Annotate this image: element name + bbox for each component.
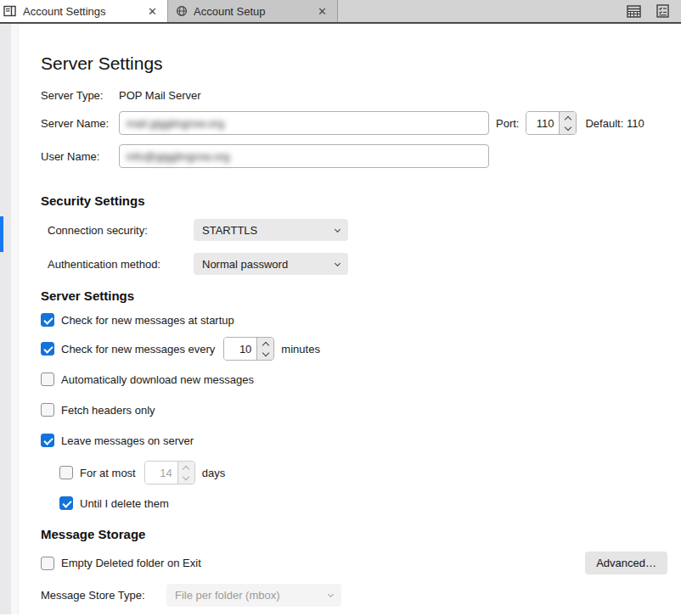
chevron-down-icon (335, 260, 340, 266)
checkbox-label: Check for new messages at startup (61, 314, 234, 327)
checkbox[interactable] (41, 557, 54, 570)
close-icon[interactable]: ✕ (315, 6, 329, 17)
chevron-down-icon[interactable] (565, 123, 571, 130)
authentication-method-select[interactable]: Normal password (194, 253, 348, 275)
checkbox-label: Fetch headers only (61, 404, 155, 417)
chevron-up-icon[interactable] (565, 115, 571, 122)
globe-icon (176, 5, 188, 17)
account-settings-icon (3, 5, 17, 17)
chevron-down-icon (335, 226, 340, 232)
chevron-down-icon (328, 591, 334, 597)
checkbox-label: Automatically download new messages (61, 373, 254, 386)
message-store-type-value: File per folder (mbox) (175, 589, 324, 602)
checkbox[interactable] (41, 434, 54, 447)
page-title: Server Settings (41, 53, 667, 74)
checkbox[interactable] (41, 372, 54, 386)
checkbox-row-leave-on-server[interactable]: Leave messages on server (41, 434, 667, 447)
minutes-suffix: minutes (281, 343, 320, 356)
checkbox[interactable] (59, 496, 73, 510)
checkbox-row-empty-on-exit[interactable]: Empty Deleted folder on Exit (41, 557, 201, 570)
port-spin-buttons[interactable] (559, 112, 576, 134)
chevron-down-icon[interactable] (183, 473, 189, 479)
checkbox-label: Leave messages on server (61, 434, 194, 447)
connection-security-select[interactable]: STARTTLS (194, 219, 348, 241)
chevron-up-icon[interactable] (183, 465, 189, 472)
close-icon[interactable]: ✕ (145, 6, 160, 17)
calendar-tab-button[interactable] (619, 0, 649, 22)
checkbox-label: Check for new messages every (61, 343, 215, 356)
checkbox-row-check-startup[interactable]: Check for new messages at startup (41, 313, 667, 327)
days-value[interactable]: 14 (145, 462, 177, 484)
checkbox-row-until-delete[interactable]: Until I delete them (59, 496, 667, 510)
checkbox-row-fetch-headers[interactable]: Fetch headers only (41, 403, 667, 417)
checkbox[interactable] (41, 403, 54, 417)
tab-bar: Account Settings ✕ Account Setup ✕ (0, 0, 681, 24)
server-type-label: Server Type: (41, 89, 119, 102)
authentication-method-label: Authentication method: (48, 258, 194, 271)
advanced-button[interactable]: Advanced… (585, 552, 667, 574)
checkbox[interactable] (41, 313, 54, 327)
checkbox-label: For at most (80, 467, 136, 479)
server-name-input[interactable]: mail.gigglingrow.org (119, 111, 489, 135)
authentication-method-value: Normal password (202, 258, 330, 271)
minutes-stepper[interactable]: 10 (223, 337, 274, 361)
connection-security-label: Connection security: (48, 224, 194, 237)
minutes-value[interactable]: 10 (224, 338, 256, 360)
checkbox-row-for-at-most[interactable]: For at most 14 days (59, 461, 667, 484)
checkbox[interactable] (59, 466, 73, 479)
chevron-up-icon[interactable] (262, 341, 269, 348)
checkbox-label: Until I delete them (80, 497, 169, 510)
sidebar-selected-indicator (0, 216, 3, 252)
calendar-icon (627, 4, 641, 18)
server-name-label: Server Name: (41, 117, 119, 130)
tab-account-setup[interactable]: Account Setup ✕ (167, 0, 338, 22)
message-store-type-label: Message Store Type: (41, 589, 166, 602)
days-stepper[interactable]: 14 (144, 461, 195, 484)
port-default-note: Default: 110 (585, 117, 644, 130)
tab-label: Account Settings (23, 5, 139, 18)
tab-label: Account Setup (194, 5, 309, 18)
message-storage-heading: Message Storage (41, 527, 667, 542)
security-settings-heading: Security Settings (41, 193, 667, 209)
minutes-spin-buttons[interactable] (256, 338, 273, 360)
port-value[interactable]: 110 (526, 112, 559, 134)
checkbox-row-check-every[interactable]: Check for new messages every 10 minutes (41, 337, 667, 361)
message-store-type-select[interactable]: File per folder (mbox) (166, 584, 341, 607)
chevron-down-icon[interactable] (262, 349, 269, 356)
server-name-value: mail.gigglingrow.org (127, 117, 224, 130)
user-name-label: User Name: (41, 150, 119, 163)
server-settings-subheading: Server Settings (41, 288, 667, 304)
checkbox-row-auto-download[interactable]: Automatically download new messages (41, 372, 667, 386)
sidebar-scrollbar[interactable] (11, 24, 19, 614)
user-name-input[interactable]: info@gigglingrow.org (119, 144, 489, 168)
server-type-value: POP Mail Server (119, 89, 201, 102)
days-suffix: days (202, 467, 225, 479)
days-spin-buttons[interactable] (177, 462, 194, 484)
checkbox[interactable] (41, 342, 54, 356)
server-settings-panel: Server Settings Server Type: POP Mail Se… (19, 24, 681, 614)
tab-account-settings[interactable]: Account Settings ✕ (0, 0, 167, 22)
settings-sidebar-edge (0, 24, 11, 614)
checkbox-label: Empty Deleted folder on Exit (61, 557, 201, 569)
tab-bar-spacer (338, 0, 619, 22)
port-label: Port: (496, 117, 519, 130)
user-name-value: info@gigglingrow.org (127, 150, 230, 163)
connection-security-value: STARTTLS (202, 224, 330, 237)
tasks-icon (656, 4, 669, 18)
tasks-tab-button[interactable] (649, 0, 681, 22)
port-stepper[interactable]: 110 (526, 111, 577, 135)
